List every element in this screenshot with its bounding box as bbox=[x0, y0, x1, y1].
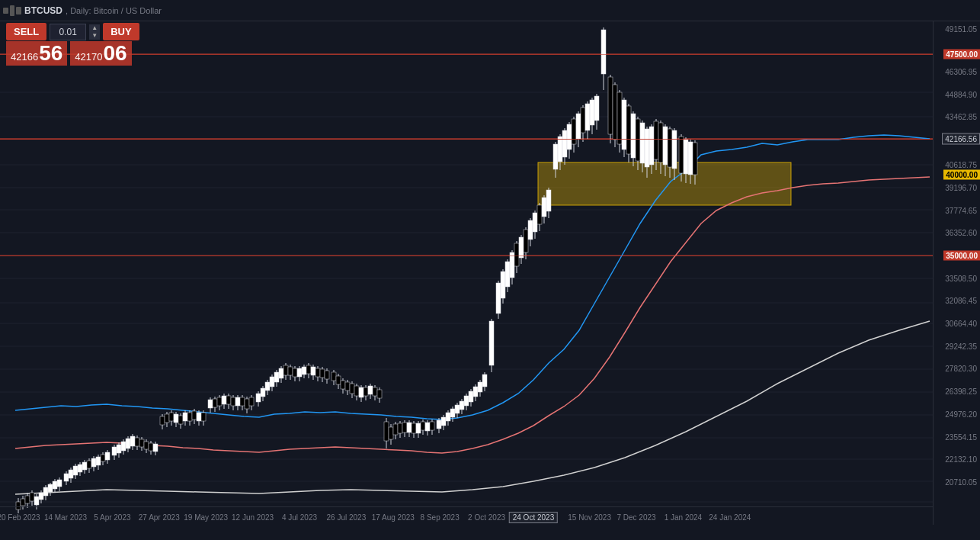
svg-rect-103 bbox=[201, 413, 206, 421]
svg-rect-255 bbox=[567, 124, 572, 149]
svg-rect-157 bbox=[331, 372, 336, 381]
svg-rect-171 bbox=[363, 387, 368, 396]
price-scale: 49151.05 47500.00 46306.95 44884.90 4346… bbox=[933, 21, 980, 525]
svg-rect-137 bbox=[283, 365, 288, 375]
svg-rect-301 bbox=[679, 137, 684, 173]
time-label-8: 26 Jul 2023 bbox=[327, 513, 367, 522]
time-label-3: 5 Apr 2023 bbox=[94, 513, 130, 522]
svg-rect-271 bbox=[608, 77, 613, 134]
svg-rect-115 bbox=[231, 397, 235, 406]
svg-rect-29 bbox=[25, 496, 30, 503]
time-label-7: 4 Jul 2023 bbox=[282, 513, 317, 522]
time-label-6: 12 Jun 2023 bbox=[232, 513, 274, 522]
svg-rect-59 bbox=[96, 457, 101, 465]
qty-up-button[interactable]: ▲ bbox=[89, 24, 100, 32]
svg-rect-57 bbox=[91, 458, 96, 467]
trade-controls: SELL 0.01 ▲ ▼ BUY bbox=[6, 23, 139, 40]
svg-rect-297 bbox=[668, 129, 672, 167]
time-label-11: 2 Oct 2023 bbox=[468, 513, 505, 522]
svg-rect-35 bbox=[39, 493, 43, 500]
buy-button[interactable]: BUY bbox=[103, 23, 139, 40]
chart-area[interactable]: 20 Feb 2023 14 Mar 2023 5 Apr 2023 27 Ap… bbox=[0, 21, 936, 525]
svg-rect-169 bbox=[359, 387, 363, 397]
svg-rect-65 bbox=[112, 447, 117, 455]
price-22132: 22132.10 bbox=[945, 455, 977, 464]
svg-rect-197 bbox=[425, 423, 430, 431]
top-bar: BTCUSD , Daily: Bitcoin / US Dollar bbox=[0, 0, 980, 21]
svg-rect-55 bbox=[87, 461, 91, 468]
svg-rect-163 bbox=[345, 382, 350, 391]
description-label: Bitcoin / US Dollar bbox=[94, 6, 162, 15]
qty-down-button[interactable]: ▼ bbox=[89, 32, 100, 40]
sell-button[interactable]: SELL bbox=[6, 23, 46, 40]
resistance-line-47500 bbox=[0, 54, 936, 55]
price-47500: 47500.00 bbox=[943, 49, 980, 59]
price-display: 42166 56 42170 06 bbox=[6, 41, 132, 66]
svg-rect-273 bbox=[613, 85, 617, 140]
svg-rect-247 bbox=[546, 190, 551, 211]
svg-rect-141 bbox=[293, 368, 297, 377]
svg-rect-107 bbox=[213, 399, 217, 407]
svg-rect-185 bbox=[398, 423, 402, 433]
svg-rect-193 bbox=[416, 423, 421, 433]
svg-rect-205 bbox=[446, 413, 450, 421]
chart-svg bbox=[0, 21, 936, 525]
svg-rect-93 bbox=[178, 416, 183, 424]
time-label-9: 17 Aug 2023 bbox=[372, 513, 415, 522]
svg-rect-135 bbox=[279, 368, 283, 378]
svg-rect-83 bbox=[153, 444, 158, 452]
svg-rect-283 bbox=[636, 119, 640, 161]
svg-rect-145 bbox=[302, 367, 306, 374]
svg-rect-67 bbox=[117, 445, 121, 453]
symbol-title: BTCUSD bbox=[24, 5, 62, 16]
svg-rect-31 bbox=[30, 493, 34, 501]
time-label-1: 20 Feb 2023 bbox=[0, 513, 40, 522]
svg-rect-241 bbox=[533, 213, 537, 232]
svg-rect-287 bbox=[645, 129, 649, 167]
svg-rect-275 bbox=[617, 92, 622, 144]
time-label-13: 15 Nov 2023 bbox=[568, 513, 611, 522]
svg-rect-81 bbox=[149, 443, 153, 451]
svg-rect-49 bbox=[73, 466, 78, 475]
svg-rect-47 bbox=[69, 470, 73, 478]
buy-price-box: 42170 06 bbox=[70, 41, 131, 66]
time-label-16: 24 Jan 2024 bbox=[709, 513, 751, 522]
svg-rect-177 bbox=[377, 390, 382, 398]
svg-rect-167 bbox=[354, 386, 359, 396]
price-current: 42166.56 bbox=[942, 133, 980, 144]
price-20710: 20710.05 bbox=[945, 477, 977, 486]
price-49151: 49151.05 bbox=[945, 24, 977, 33]
svg-rect-39 bbox=[48, 484, 53, 492]
svg-rect-61 bbox=[101, 455, 105, 461]
svg-rect-139 bbox=[288, 367, 293, 375]
svg-rect-109 bbox=[217, 397, 222, 406]
time-label-15: 1 Jan 2024 bbox=[665, 513, 703, 522]
svg-rect-147 bbox=[306, 365, 311, 374]
svg-rect-183 bbox=[393, 424, 398, 435]
time-scale: 20 Feb 2023 14 Mar 2023 5 Apr 2023 27 Ap… bbox=[0, 506, 936, 525]
svg-rect-149 bbox=[311, 367, 315, 375]
time-label-14: 7 Dec 2023 bbox=[617, 513, 655, 522]
price-35000: 35000.00 bbox=[943, 250, 980, 260]
svg-rect-279 bbox=[626, 106, 631, 154]
svg-rect-211 bbox=[460, 401, 464, 410]
price-36352: 36352.60 bbox=[945, 229, 977, 237]
svg-rect-251 bbox=[558, 137, 562, 162]
svg-rect-219 bbox=[478, 382, 482, 392]
svg-rect-257 bbox=[572, 119, 576, 144]
svg-rect-85 bbox=[160, 416, 165, 425]
svg-rect-199 bbox=[430, 422, 434, 430]
svg-rect-79 bbox=[144, 442, 149, 449]
sell-price-box: 42166 56 bbox=[6, 41, 67, 66]
svg-rect-165 bbox=[350, 384, 354, 394]
svg-rect-277 bbox=[622, 100, 626, 149]
svg-rect-189 bbox=[407, 423, 412, 432]
price-26398: 26398.25 bbox=[945, 387, 977, 396]
sell-price-pips: 56 bbox=[39, 43, 62, 64]
svg-rect-221 bbox=[482, 374, 487, 387]
svg-rect-293 bbox=[658, 123, 663, 162]
quantity-input[interactable]: 0.01 bbox=[50, 24, 86, 40]
buy-price-pips: 06 bbox=[103, 43, 127, 64]
svg-rect-291 bbox=[654, 121, 658, 159]
svg-rect-187 bbox=[402, 423, 407, 432]
